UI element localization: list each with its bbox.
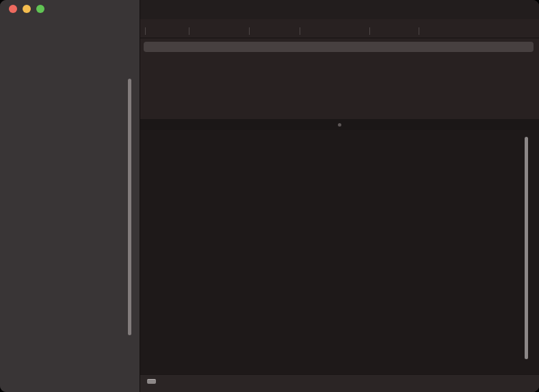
mac-mini-icon (147, 379, 156, 384)
sidebar-scrollbar[interactable] (128, 79, 131, 335)
breadcrumb (147, 379, 161, 384)
column-divider[interactable] (249, 27, 250, 35)
detail-pane (140, 130, 539, 374)
column-divider[interactable] (419, 27, 419, 35)
titlebar[interactable] (140, 0, 539, 19)
detail-scrollbar[interactable] (525, 137, 528, 359)
memory-table (140, 38, 539, 119)
minimize-button[interactable] (23, 5, 31, 13)
column-divider[interactable] (189, 27, 189, 35)
content-pane (140, 19, 539, 392)
sidebar (0, 19, 140, 392)
zoom-button[interactable] (36, 5, 44, 13)
system-information-window (0, 0, 539, 392)
pane-splitter[interactable] (140, 119, 539, 130)
column-divider[interactable] (145, 27, 146, 35)
titlebar-sidebar-section (0, 0, 140, 20)
table-header (140, 19, 539, 38)
splitter-grip-icon[interactable] (338, 123, 341, 127)
memory-slots-group-row[interactable] (144, 42, 534, 52)
close-button[interactable] (9, 5, 17, 13)
column-divider[interactable] (300, 27, 300, 35)
column-divider[interactable] (369, 27, 370, 35)
status-bar (140, 374, 539, 392)
